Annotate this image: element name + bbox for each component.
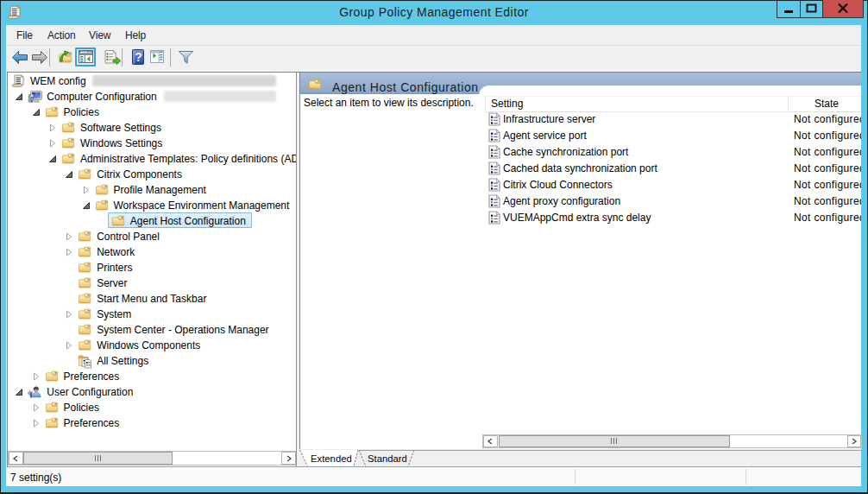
svg-text:?: ? (135, 50, 142, 64)
